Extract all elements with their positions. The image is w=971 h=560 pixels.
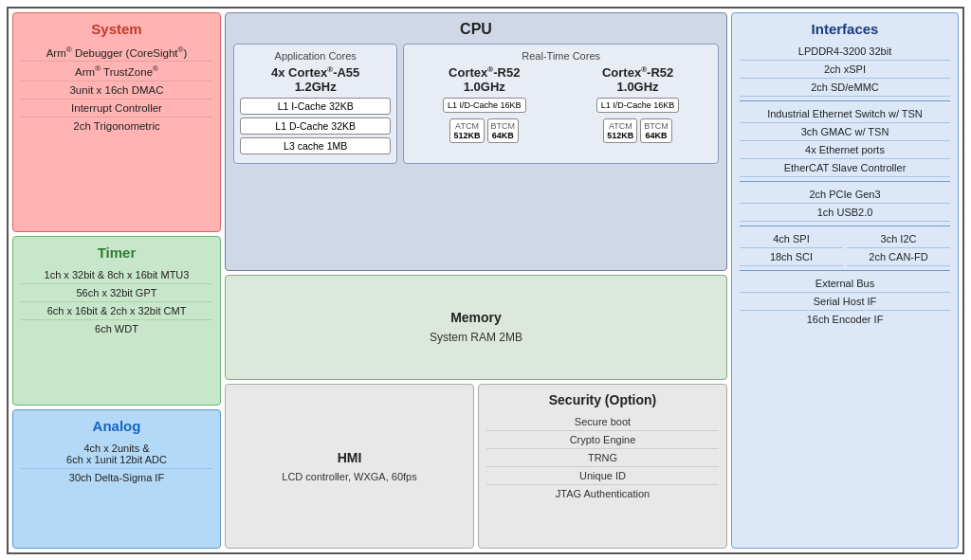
memory-value: System RAM 2MB — [430, 331, 522, 344]
iface-item-8: 1ch USB2.0 — [740, 204, 950, 222]
security-item-0: Secure boot — [486, 413, 719, 431]
timer-item-1: 56ch x 32bit GPT — [21, 284, 212, 302]
bottom-row: HMI LCD controller, WXGA, 60fps Security… — [225, 384, 727, 549]
iface-item-4: 3ch GMAC w/ TSN — [740, 123, 950, 141]
iface-item-2: 2ch SD/eMMC — [740, 79, 950, 97]
rt-core1-btcm: BTCM 64KB — [487, 118, 520, 143]
security-box: Security (Option) Secure boot Crypto Eng… — [478, 384, 727, 549]
system-item-0: Arm® Debugger (CoreSight®) — [21, 43, 212, 63]
rt-core1-name: Cortex®-R52 — [449, 65, 520, 80]
iface-divider-3 — [740, 226, 950, 226]
iface-bottom-2: 16ch Encoder IF — [740, 311, 950, 328]
rt-inner: Cortex®-R52 1.0GHz L1 I/D-Cache 16KB ATC… — [410, 65, 712, 143]
iface-two-col-1: 18ch SCI 2ch CAN-FD — [740, 248, 950, 266]
system-item-2: 3unit x 16ch DMAC — [21, 81, 212, 99]
analog-box: Analog 4ch x 2units &6ch x 1unit 12bit A… — [12, 409, 221, 549]
cpu-title: CPU — [233, 21, 719, 38]
app-core-freq: 1.2GHz — [240, 80, 391, 94]
rt-core2-tcm: ATCM 512KB BTCM 64KB — [603, 118, 672, 143]
rt-core-2: Cortex®-R52 1.0GHz L1 I/D-Cache 16KB ATC… — [563, 65, 712, 143]
iface-two-col-0: 4ch SPI 3ch I2C — [740, 230, 950, 248]
rt-core-1: Cortex®-R52 1.0GHz L1 I/D-Cache 16KB ATC… — [410, 65, 559, 143]
app-cores: Application Cores 4x Cortex®-A55 1.2GHz … — [233, 44, 397, 164]
rt-core2-btcm: BTCM 64KB — [640, 118, 672, 143]
iface-item-5: 4x Ethernet ports — [740, 141, 950, 159]
app-cache3: L3 cache 1MB — [240, 137, 391, 154]
left-column: System Arm® Debugger (CoreSight®) Arm® T… — [12, 12, 221, 549]
iface-item-0: LPDDR4-3200 32bit — [740, 43, 950, 61]
rt-core2-atcm: ATCM 512KB — [603, 118, 637, 143]
rt-core2-cache: L1 I/D-Cache 16KB — [596, 98, 680, 113]
rt-core1-freq: 1.0GHz — [464, 80, 505, 94]
system-item-3: Interrupt Controller — [21, 99, 212, 117]
interfaces-box: Interfaces LPDDR4-3200 32bit 2ch xSPI 2c… — [731, 12, 959, 549]
iface-divider-4 — [740, 270, 950, 271]
rt-core2-name: Cortex®-R52 — [602, 65, 673, 80]
interfaces-title: Interfaces — [740, 21, 950, 37]
analog-item-0: 4ch x 2units &6ch x 1unit 12bit ADC — [21, 440, 212, 469]
system-item-1: Arm® TrustZone® — [21, 62, 212, 81]
rt-core1-cache: L1 I/D-Cache 16KB — [443, 98, 526, 113]
timer-item-3: 6ch WDT — [21, 320, 212, 337]
iface-item-6: EtherCAT Slave Controller — [740, 159, 950, 177]
iface-divider-1 — [740, 100, 950, 101]
app-cores-label: Application Cores — [240, 50, 391, 62]
memory-title: Memory — [450, 310, 502, 325]
rt-cores: Real-Time Cores Cortex®-R52 1.0GHz L1 I/… — [403, 44, 719, 164]
analog-title: Analog — [21, 418, 212, 434]
rt-core2-freq: 1.0GHz — [617, 80, 659, 94]
iface-cell-sci: 18ch SCI — [740, 248, 843, 266]
hmi-value: LCD controller, WXGA, 60fps — [282, 471, 416, 482]
middle-column: CPU Application Cores 4x Cortex®-A55 1.2… — [225, 12, 727, 549]
iface-item-1: 2ch xSPI — [740, 61, 950, 79]
rt-core1-tcm: ATCM 512KB BTCM 64KB — [449, 118, 519, 143]
system-box: System Arm® Debugger (CoreSight®) Arm® T… — [12, 12, 221, 232]
iface-cell-canfd: 2ch CAN-FD — [847, 248, 950, 266]
timer-item-2: 6ch x 16bit & 2ch x 32bit CMT — [21, 302, 212, 320]
hmi-box: HMI LCD controller, WXGA, 60fps — [225, 384, 474, 549]
rt-core1-atcm: ATCM 512KB — [449, 118, 484, 143]
security-item-2: TRNG — [486, 449, 719, 467]
iface-cell-spi: 4ch SPI — [740, 230, 843, 248]
memory-box: Memory System RAM 2MB — [225, 275, 727, 380]
app-core-name: 4x Cortex®-A55 — [240, 65, 391, 80]
cpu-inner: Application Cores 4x Cortex®-A55 1.2GHz … — [233, 44, 719, 164]
cpu-box: CPU Application Cores 4x Cortex®-A55 1.2… — [225, 12, 727, 271]
rt-cores-label: Real-Time Cores — [410, 50, 712, 62]
app-cache2: L1 D-Cache 32KB — [240, 117, 391, 135]
system-item-4: 2ch Trigonometric — [21, 117, 212, 135]
iface-bottom-0: External Bus — [740, 275, 950, 293]
iface-item-3: Industrial Ethernet Switch w/ TSN — [740, 105, 950, 123]
security-item-3: Unique ID — [486, 467, 719, 485]
app-cache1: L1 I-Cache 32KB — [240, 98, 391, 115]
security-item-4: JTAG Authentication — [486, 485, 719, 502]
security-title: Security (Option) — [486, 392, 719, 407]
iface-cell-i2c: 3ch I2C — [847, 230, 950, 248]
timer-title: Timer — [21, 244, 212, 261]
iface-item-7: 2ch PCIe Gen3 — [740, 186, 950, 204]
timer-box: Timer 1ch x 32bit & 8ch x 16bit MTU3 56c… — [12, 236, 221, 406]
timer-item-0: 1ch x 32bit & 8ch x 16bit MTU3 — [21, 266, 212, 284]
iface-bottom-1: Serial Host IF — [740, 293, 950, 311]
system-title: System — [21, 21, 212, 37]
analog-item-1: 30ch Delta-Sigma IF — [21, 469, 212, 486]
block-diagram: System Arm® Debugger (CoreSight®) Arm® T… — [7, 7, 964, 554]
iface-divider-2 — [740, 181, 950, 182]
security-item-1: Crypto Engine — [486, 431, 719, 449]
hmi-title: HMI — [338, 450, 362, 465]
